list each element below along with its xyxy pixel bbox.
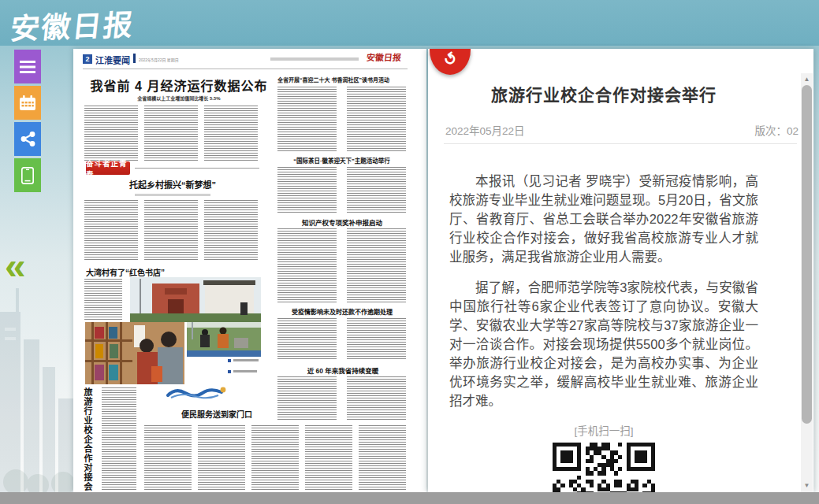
editor-credits-blurred — [270, 57, 359, 61]
newsprint-text-block — [84, 279, 122, 320]
headline-loan[interactable]: 受疫情影响未及时还款不作逾期处理 — [279, 307, 405, 316]
article-date: 2022年05月22日 — [445, 122, 525, 138]
newsprint-text-block — [277, 167, 337, 213]
headline-tourism-vertical[interactable]: 旅游行业校企合作对接会举行 — [81, 387, 94, 491]
newsprint-text-block — [144, 106, 198, 162]
page-number-box: 2 — [83, 54, 92, 64]
newsprint-text-block — [347, 228, 406, 304]
newsprint-text-block — [347, 87, 406, 151]
newsprint-text-block — [102, 387, 136, 490]
scrollbar-thumb[interactable] — [802, 85, 812, 424]
menu-icon — [20, 61, 35, 73]
share-button[interactable] — [14, 122, 41, 156]
photo-bookstore-readers — [85, 322, 184, 384]
scrollbar-track[interactable]: ▲ ▼ — [801, 73, 813, 492]
headline-convenience[interactable]: 便民服务送到家门口 — [174, 408, 259, 420]
meta-divider — [444, 143, 797, 144]
article-title: 旅游行业校企合作对接会举行 — [449, 83, 758, 107]
column-badge-graphic — [166, 386, 228, 400]
share-icon — [20, 132, 35, 146]
banner-headline: 奋斗者正青春 — [86, 161, 130, 175]
paper-date: 2022年5月22日 星期日 — [139, 57, 179, 62]
paper-masthead-small: 安徽日报 — [366, 50, 402, 63]
qr-caption: [手机扫一扫] — [449, 422, 758, 438]
subhead-economy: 全省规模以上工业增加值同比增长 5.5% — [84, 94, 274, 102]
photo-caption-blurred — [233, 370, 257, 372]
article-edition: 版次：02 — [754, 122, 799, 138]
menu-button[interactable] — [14, 50, 41, 83]
newsprint-text-block — [359, 425, 406, 490]
newsprint-text-block — [144, 425, 192, 490]
newsprint-text-block — [347, 167, 406, 213]
newsprint-text-block — [84, 200, 138, 260]
article-body: 本报讯（见习记者 罗晓宇）受新冠疫情影响，高校旅游专业毕业生就业难问题显现。5月… — [449, 172, 758, 492]
article-paragraph: 本报讯（见习记者 罗晓宇）受新冠疫情影响，高校旅游专业毕业生就业难问题显现。5月… — [449, 172, 758, 266]
scroll-down-icon[interactable]: ▼ — [801, 480, 813, 491]
newsprint-text-block — [198, 425, 245, 490]
kicker-rule — [83, 69, 408, 69]
back-arrow-icon: ↺ — [438, 49, 461, 71]
headline-economy[interactable]: 我省前 4 月经济运行数据公布 — [84, 76, 274, 94]
photo-outdoor-volunteers — [187, 322, 261, 357]
photo-caption-blurred — [233, 359, 259, 361]
headline-bookstore[interactable]: 大湾村有了“红色书店” — [86, 266, 204, 278]
newsprint-text-block — [84, 106, 138, 162]
newsprint-text-block — [277, 87, 337, 151]
app-window: 安徽日报 « 2 江淮要闻 2022年5月22日 — [0, 0, 819, 504]
section-title: 江淮要闻 — [95, 54, 130, 66]
photo-red-bookstore-building — [130, 277, 261, 322]
masthead-logo: 安徽日报 — [9, 1, 136, 47]
scroll-up-icon[interactable]: ▲ — [801, 74, 813, 85]
bottom-bar — [0, 492, 819, 504]
headline-ipr[interactable]: 知识产权专项奖补申报启动 — [286, 217, 398, 227]
collapse-chevron[interactable]: « — [5, 247, 26, 285]
newsprint-text-block — [305, 425, 352, 490]
newsprint-text-block — [204, 200, 258, 260]
article-paragraph: 据了解，合肥师范学院等3家院校代表，与安徽省中国旅行社等6家企业代表签订了意向协… — [449, 278, 758, 410]
calendar-icon — [20, 95, 35, 110]
mobile-button[interactable] — [14, 158, 41, 192]
back-button[interactable]: ↺ — [430, 49, 471, 75]
smartphone-icon — [21, 167, 34, 184]
newsprint-text-block — [277, 228, 337, 304]
newsprint-text-block — [347, 318, 406, 359]
caption-bullet — [228, 359, 231, 362]
top-header-bar: 安徽日报 — [0, 0, 819, 46]
newsprint-text-block — [277, 318, 337, 359]
byline-blurred — [135, 194, 210, 196]
qr-code — [553, 443, 655, 492]
headline-tea-day[interactable]: “国际茶日·徽茶迎天下”主题活动举行 — [277, 156, 406, 165]
article-panel[interactable]: ↺ 旅游行业校企合作对接会举行 2022年05月22日 版次：02 本报讯（见习… — [428, 49, 813, 492]
caption-bullet — [228, 370, 231, 373]
newspaper-page-preview[interactable]: 2 江淮要闻 2022年5月22日 星期日 安徽日报 我省前 4 月经济运行数据… — [73, 49, 426, 492]
banner-rule — [135, 168, 259, 169]
newsprint-text-block — [204, 106, 258, 162]
newsprint-text-block — [347, 376, 406, 421]
headline-warming[interactable]: 近 60 年来我省持续变暖 — [298, 365, 388, 375]
calendar-button[interactable] — [14, 86, 41, 120]
newsprint-text-block — [277, 376, 337, 421]
headline-reading-month[interactable]: 全省开展“喜迎二十大 书香润社区”读书月活动 — [277, 76, 406, 83]
newsprint-text-block — [251, 425, 299, 490]
kicker-divider — [133, 54, 136, 63]
newsprint-text-block — [144, 200, 198, 260]
headline-dream[interactable]: 托起乡村振兴“新梦想” — [84, 178, 261, 191]
